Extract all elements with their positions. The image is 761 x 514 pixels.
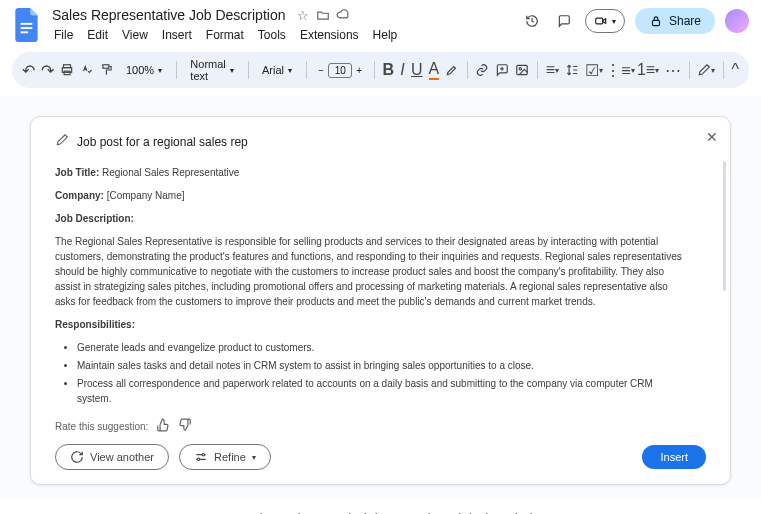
align-icon[interactable]: ≡▾ xyxy=(546,59,559,81)
svg-point-11 xyxy=(202,454,204,456)
undo-icon[interactable]: ↶ xyxy=(22,59,35,81)
menu-format[interactable]: Format xyxy=(200,26,250,44)
font-size-value[interactable]: 10 xyxy=(328,63,352,78)
collapse-toolbar-icon[interactable]: ^ xyxy=(731,59,739,81)
resp-item: Maintain sales tasks and detail notes in… xyxy=(77,358,686,373)
underline-icon[interactable]: U xyxy=(411,59,423,81)
menu-edit[interactable]: Edit xyxy=(81,26,114,44)
menu-bar: File Edit View Insert Format Tools Exten… xyxy=(48,26,521,44)
thumbs-down-icon[interactable] xyxy=(178,418,192,434)
font-size-minus[interactable]: − xyxy=(314,61,328,79)
refresh-icon xyxy=(70,450,84,464)
svg-point-12 xyxy=(198,458,200,460)
job-title-value: Regional Sales Representative xyxy=(102,167,239,178)
font-size-plus[interactable]: + xyxy=(352,61,366,79)
svg-rect-4 xyxy=(652,20,659,25)
toolbar: ↶ ↷ 100%▾ Normal text▾ Arial▾ − 10 + B I… xyxy=(12,52,749,88)
line-spacing-icon[interactable] xyxy=(565,59,579,81)
cloud-status-icon[interactable] xyxy=(335,7,351,23)
resp-label: Responsibilities: xyxy=(55,319,135,330)
link-icon[interactable] xyxy=(475,59,489,81)
ai-suggestion-card: ✕ Job post for a regional sales rep Job … xyxy=(30,116,731,485)
company-value: [Company Name] xyxy=(107,190,185,201)
menu-view[interactable]: View xyxy=(116,26,154,44)
chevron-down-icon: ▾ xyxy=(252,453,256,462)
menu-tools[interactable]: Tools xyxy=(252,26,292,44)
menu-insert[interactable]: Insert xyxy=(156,26,198,44)
header-bar: Sales Representative Job Description ☆ F… xyxy=(0,0,761,44)
print-icon[interactable] xyxy=(60,59,74,81)
view-another-button[interactable]: View another xyxy=(55,444,169,470)
ai-prompt-text: Job post for a regional sales rep xyxy=(77,135,248,149)
desc-text: The Regional Sales Representative is res… xyxy=(55,234,686,309)
svg-point-10 xyxy=(520,68,522,70)
italic-icon[interactable]: I xyxy=(400,59,405,81)
svg-rect-2 xyxy=(21,31,28,33)
lock-icon xyxy=(649,14,663,28)
spellcheck-icon[interactable] xyxy=(80,59,94,81)
resp-item: Process all correspondence and paperwork… xyxy=(77,376,686,406)
bullet-list-icon[interactable]: ⋮≡▾ xyxy=(609,59,631,81)
share-button[interactable]: Share xyxy=(635,8,715,34)
zoom-select[interactable]: 100%▾ xyxy=(120,62,168,78)
move-icon[interactable] xyxy=(315,7,331,23)
job-title-label: Job Title: xyxy=(55,167,99,178)
numbered-list-icon[interactable]: 1≡▾ xyxy=(637,59,659,81)
chevron-down-icon: ▾ xyxy=(612,17,616,26)
ai-generated-body: Job Title: Regional Sales Representative… xyxy=(55,165,706,406)
paint-format-icon[interactable] xyxy=(100,59,114,81)
refine-button[interactable]: Refine ▾ xyxy=(179,444,271,470)
close-icon[interactable]: ✕ xyxy=(706,129,718,145)
redo-icon[interactable]: ↷ xyxy=(41,59,54,81)
avatar[interactable] xyxy=(725,9,749,33)
add-comment-icon[interactable] xyxy=(495,59,509,81)
tune-icon xyxy=(194,450,208,464)
svg-rect-1 xyxy=(21,27,33,29)
thumbs-up-icon[interactable] xyxy=(156,418,170,434)
svg-rect-3 xyxy=(596,18,603,24)
doc-title[interactable]: Sales Representative Job Description xyxy=(48,6,289,24)
menu-help[interactable]: Help xyxy=(367,26,404,44)
history-icon[interactable] xyxy=(521,10,543,32)
more-icon[interactable]: ⋯ xyxy=(665,59,681,81)
editing-mode-icon[interactable]: ▾ xyxy=(697,59,715,81)
rate-label: Rate this suggestion: xyxy=(55,421,148,432)
scrollbar[interactable] xyxy=(723,161,726,291)
font-size-control: − 10 + xyxy=(314,61,366,79)
desc-label: Job Description: xyxy=(55,213,134,224)
paragraph-style-select[interactable]: Normal text▾ xyxy=(184,56,239,84)
menu-extensions[interactable]: Extensions xyxy=(294,26,365,44)
svg-rect-0 xyxy=(21,23,33,25)
document-canvas: ✕ Job post for a regional sales rep Job … xyxy=(0,96,761,497)
highlight-icon[interactable] xyxy=(445,59,459,81)
text-color-icon[interactable]: A xyxy=(429,59,440,81)
share-label: Share xyxy=(669,14,701,28)
insert-button[interactable]: Insert xyxy=(642,445,706,469)
pencil-icon xyxy=(55,133,69,151)
insert-image-icon[interactable] xyxy=(515,59,529,81)
resp-item: Generate leads and evangelize product to… xyxy=(77,340,686,355)
checklist-icon[interactable]: ☑▾ xyxy=(585,59,603,81)
docs-logo[interactable] xyxy=(12,6,42,44)
star-icon[interactable]: ☆ xyxy=(295,7,311,23)
company-label: Company: xyxy=(55,190,104,201)
caption-text: Generative AI in Docs helping to write a… xyxy=(0,497,761,514)
bold-icon[interactable]: B xyxy=(382,59,394,81)
camera-icon xyxy=(594,14,608,28)
svg-rect-8 xyxy=(103,65,109,69)
comments-icon[interactable] xyxy=(553,10,575,32)
meet-button[interactable]: ▾ xyxy=(585,9,625,33)
menu-file[interactable]: File xyxy=(48,26,79,44)
font-select[interactable]: Arial▾ xyxy=(256,62,298,78)
